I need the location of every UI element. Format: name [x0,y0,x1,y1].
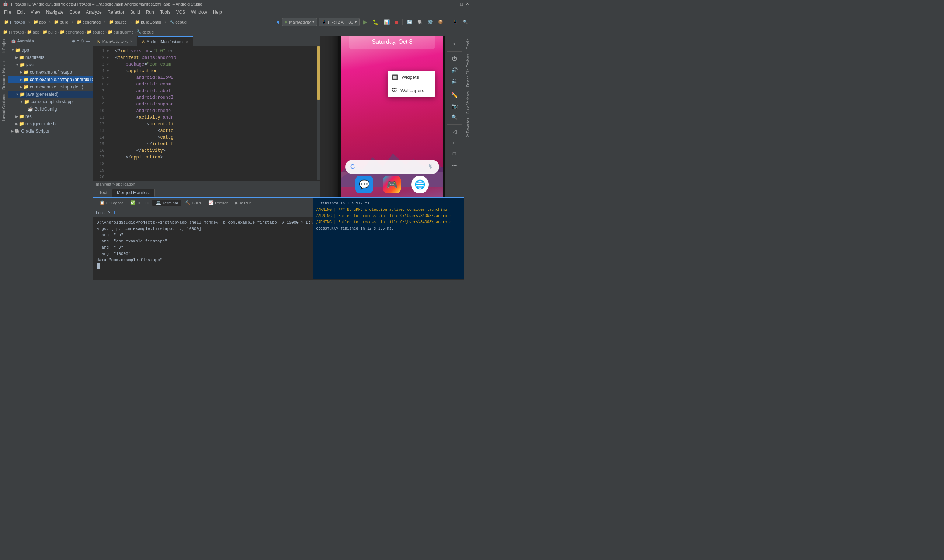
tab-mainactivity[interactable]: K MainActivity.kt ✕ [93,37,137,46]
menu-analyze[interactable]: Analyze [83,9,104,15]
favorites-toggle[interactable]: 2: Favorites [465,116,471,139]
menu-run[interactable]: Run [143,9,157,15]
emulator-zoom-btn[interactable]: 🔍 [448,112,461,122]
app-play[interactable]: 🎮 [383,176,401,194]
emulator-home-btn[interactable]: ○ [448,138,461,148]
tab-terminal[interactable]: 💻 Terminal [152,200,182,206]
emulator-vol-up-btn[interactable]: 🔊 [448,65,461,74]
menu-build[interactable]: Build [128,9,143,15]
project-panel-toggle[interactable]: 1: Project [1,36,7,56]
device-file-explorer-toggle[interactable]: Device File Explorer [465,52,471,89]
gradle-panel-toggle[interactable]: Gradle [465,36,471,52]
menu-vcs[interactable]: VCS [174,9,188,15]
toolbar-debug[interactable]: 🔧 debug [167,19,188,25]
emulator-vol-down-btn[interactable]: 🔉 [448,76,461,86]
menu-navigate[interactable]: Navigate [43,9,66,15]
toolbar-project[interactable]: 📁 FirstApp [2,19,27,25]
emulator-power-btn[interactable]: ⏻ [448,54,461,63]
app-messages[interactable]: 💬 [355,176,373,194]
context-menu-widgets[interactable]: 🔲 Widgets [387,71,435,84]
tree-item-buildconfig[interactable]: ▶ ☕ BuildConfig [8,105,93,113]
menu-edit[interactable]: Edit [14,9,27,15]
breadcrumb-firstapp[interactable]: FirstApp [9,30,24,34]
manifest-tab-merged[interactable]: Merged Manifest [112,189,154,197]
breadcrumb-app[interactable]: app [33,30,39,34]
avd-manager-btn[interactable]: 📱 [450,19,460,25]
add-terminal-btn[interactable]: + [113,210,116,215]
tree-item-res[interactable]: ▶ 📁 res [8,113,93,120]
menu-code[interactable]: Code [67,9,83,15]
menu-window[interactable]: Window [188,9,210,15]
toolbar-build[interactable]: 📁 build [52,19,70,25]
device-dropdown[interactable]: 📱 Pixel 2 API 30 ▾ [319,18,359,26]
layout-captures-toggle[interactable]: Layout Captures [1,92,7,123]
minimize-panel-btn[interactable]: — [86,39,89,43]
emulator-close-btn[interactable]: ✕ [448,39,461,49]
close-btn[interactable]: ✕ [466,2,469,6]
collapse-btn[interactable]: ≡ [77,39,79,43]
breadcrumb-build[interactable]: build [48,30,57,34]
tree-item-java[interactable]: ▼ 📁 java [8,61,93,69]
gradle-btn[interactable]: 🐘 [416,19,424,25]
breadcrumb-generated[interactable]: generated [66,30,84,34]
toolbar-generated[interactable]: 📁 generated [75,19,103,25]
tab-build[interactable]: 🔨 Build [181,200,204,206]
menu-tools[interactable]: Tools [157,9,173,15]
breadcrumb-debug[interactable]: debug [142,30,154,34]
toolbar-source[interactable]: 📁 source [107,19,129,25]
tab-todo[interactable]: ✅ TODO [126,200,152,206]
settings-btn[interactable]: ⚙️ [426,19,435,25]
app-chrome[interactable]: 🌐 [411,176,429,194]
menu-file[interactable]: File [2,9,14,15]
emulator-controls: ✕ ⏻ 🔊 🔉 ✏️ 📷 🔍 ◁ ○ □ ••• [445,36,464,197]
context-menu-wallpapers[interactable]: 🖼 Wallpapers [387,84,435,97]
emulator-recents-btn[interactable]: □ [448,149,461,158]
scope-btn[interactable]: ⊕ [72,39,75,43]
emulator-undo-btn[interactable]: ◁ [448,127,461,136]
stop-btn[interactable]: ■ [393,18,400,26]
sync-btn[interactable]: 🔄 [405,19,414,25]
build-variants-toggle[interactable]: Build Variants [465,89,471,116]
minimize-btn[interactable]: ─ [455,2,458,6]
editor-scrollbar[interactable] [317,46,320,180]
emulator-rotate-btn[interactable]: ✏️ [448,90,461,100]
toolbar-nav-back[interactable]: ◀ [274,19,281,25]
tree-item-manifests[interactable]: ▶ 📁 manifests [8,54,93,61]
emulator-more-btn[interactable]: ••• [452,163,457,168]
menu-refactor[interactable]: Refactor [105,9,127,15]
code-editor[interactable]: <?xml version="1.0" en <manifest xmlns:a… [112,46,320,180]
tree-item-res-generated[interactable]: ▶ 📁 res (generated) [8,120,93,128]
tab-androidmanifest[interactable]: A AndroidManifest.xml ✕ [137,37,193,46]
breadcrumb-buildconfig[interactable]: buildConfig [114,30,134,34]
terminal-close[interactable]: ✕ [108,210,111,214]
breadcrumb-source[interactable]: source [93,30,105,34]
maximize-btn[interactable]: □ [460,2,463,6]
settings-icon[interactable]: ⚙ [80,39,84,43]
toolbar-module[interactable]: 📁 app [31,19,48,25]
menu-view[interactable]: View [28,9,43,15]
tree-item-java-generated[interactable]: ▼ 📁 java (generated) [8,91,93,98]
editor-content[interactable]: 12345 678910 1112131415 1617181920 ▾▾ ▾▾… [93,46,320,180]
tree-item-app[interactable]: ▼ 📁 app [8,46,93,54]
emulator-screenshot-btn[interactable]: 📷 [448,101,461,111]
tree-item-android-test[interactable]: ▶ 📁 com.example.firstapp (androidTest) [8,76,93,83]
run-config-dropdown[interactable]: ▶ MainActivity ▾ [282,18,317,26]
tree-item-com-example[interactable]: ▶ 📁 com.example.firstapp [8,69,93,76]
tree-item-gradle-scripts[interactable]: ▶ 🐘 Gradle Scripts [8,128,93,135]
toolbar-buildconfig[interactable]: 📁 buildConfig [133,19,163,25]
run-with-coverage-btn[interactable]: 📊 [382,18,392,25]
search-btn[interactable]: 🔍 [461,19,470,25]
tab-logcat[interactable]: 📋 6: Logcat [96,200,126,206]
sdk-manager-btn[interactable]: 📦 [436,19,445,25]
manifest-tab-text[interactable]: Text [94,189,112,197]
debug-btn[interactable]: 🐛 [370,18,381,26]
phone-screen[interactable]: 5:47 ⚙ ● 🔋 ▌▌▌▌ [341,36,443,197]
tree-item-test[interactable]: ▶ 📁 com.example.firstapp (test) [8,83,93,91]
left-side-rail: 1: Project Resource Manager Layout Captu… [0,36,8,280]
tree-item-com-example-generated[interactable]: ▼ 📁 com.example.firstapp [8,98,93,105]
tab-profiler[interactable]: 📈 Profiler [205,200,231,206]
run-btn[interactable]: ▶ [361,18,369,26]
tab-run[interactable]: ▶ 4: Run [231,200,255,206]
menu-help[interactable]: Help [210,9,225,15]
resource-manager-toggle[interactable]: Resource Manager [1,56,7,92]
